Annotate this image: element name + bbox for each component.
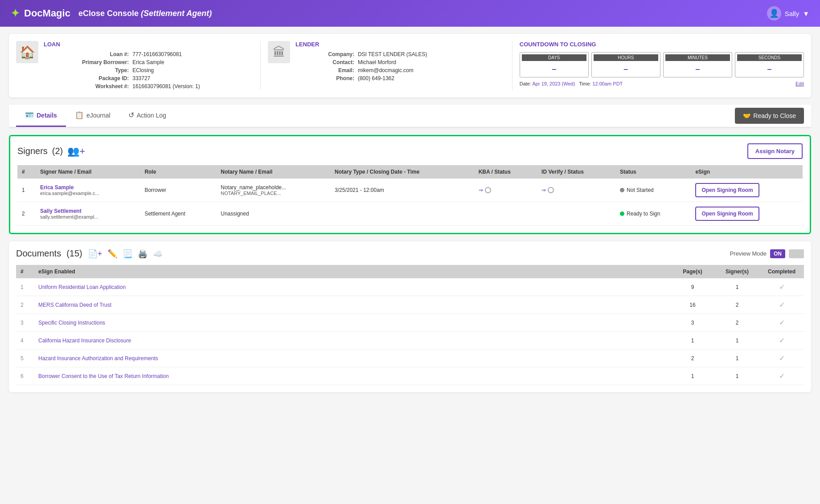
signers-title-text: Signers [17,146,48,156]
doc-num-3: 3 [16,314,34,332]
lender-details: LENDER Company: DSI TEST LENDER (SALES) … [295,41,505,90]
user-menu[interactable]: 👤 Sally ▼ [767,6,809,20]
doc-completed-3: ✓ [759,314,804,332]
edit-countdown-link[interactable]: Edit [795,81,804,86]
open-signing-room-btn-1[interactable]: Open Signing Room [695,183,759,197]
minutes-label: MINUTES [665,54,730,61]
signer-esign-1: Open Signing Room [691,179,803,202]
completed-check-icon: ✓ [779,337,785,344]
hours-box: HOURS – [591,52,660,77]
upload-doc-icon[interactable]: ☁️ [153,249,163,259]
pdf-doc-icon[interactable]: 📃 [123,249,132,259]
hours-label: HOURS [594,54,658,61]
phone-label: Phone: [295,74,356,82]
signer-email-1: erica.sample@example.c... [40,191,135,196]
preview-mode-toggle-on[interactable]: ON [770,249,785,258]
signer-kba-1: ⇒ [474,179,537,202]
id-verify-icon[interactable]: ⇒ [541,187,546,193]
hours-val: – [594,63,658,75]
seconds-label: SECONDS [737,54,802,61]
loan-section-title: LOAN [44,41,253,48]
col-signer-header: Signer Name / Email [36,165,140,179]
loan-details: LOAN Loan #: 777-1616630796081 Primary B… [44,41,253,90]
email-label: Email: [295,66,356,74]
doc-num-5: 5 [16,350,34,367]
status-dot-2 [620,211,624,216]
tab-details-label: Details [37,112,57,119]
doc-completed-2: ✓ [759,296,804,314]
doc-row-2: 2 MERS California Deed of Trust 16 2 ✓ [16,296,804,314]
add-signer-icon[interactable]: 👥+ [67,146,85,157]
company-label: Company: [295,50,356,58]
doc-num-2: 2 [16,296,34,314]
doc-name-cell-2: MERS California Deed of Trust [34,296,670,314]
doc-name-link-5[interactable]: Hazard Insurance Authorization and Requi… [38,355,158,362]
edit-doc-icon[interactable]: ✏️ [107,249,117,259]
doc-name-link-2[interactable]: MERS California Deed of Trust [38,302,111,308]
signer-notary-1: Notary_name_placeholde... NOTARY_EMAIL_P… [216,179,330,202]
loan-card: 🏠 LOAN Loan #: 777-1616630796081 Primary… [16,41,261,90]
action-log-icon: ↺ [128,111,134,119]
doc-completed-6: ✓ [759,367,804,385]
col-kba-header: KBA / Status [474,165,537,179]
days-label: DAYS [522,54,586,61]
ready-close-label: Ready to Close [753,112,796,119]
tab-action-log[interactable]: ↺ Action Log [119,105,175,127]
doc-name-link-6[interactable]: Borrower Consent to the Use of Tax Retur… [38,373,169,379]
type-val: EClosing [131,66,253,74]
tab-ejournal[interactable]: 📋 eJournal [66,105,119,127]
email-val: mikem@docmagic.com [356,66,505,74]
ejournal-icon: 📋 [75,111,84,119]
signers-section: Signers (2) 👥+ Assign Notary # Signer Na… [9,135,811,234]
signer-row-1: 1 Erica Sample erica.sample@example.c...… [17,179,803,202]
completed-check-icon: ✓ [779,372,785,380]
ready-to-close-button[interactable]: 🤝 Ready to Close [735,108,804,124]
app-header: ✦ DocMagic eClose Console (Settlement Ag… [0,0,820,27]
user-name: Sally [785,10,800,17]
docs-col-signers-header: Signer(s) [715,265,759,278]
doc-name-link-4[interactable]: California Hazard Insurance Disclosure [38,337,131,344]
signer-name-link-1[interactable]: Erica Sample [40,184,74,191]
completed-check-icon: ✓ [779,354,785,362]
days-box: DAYS – [520,52,589,77]
status-dot-1 [620,188,624,192]
signer-name-link-2[interactable]: Sally Settlement [40,208,82,214]
details-icon: 🪪 [25,111,34,119]
add-doc-icon[interactable]: 📄+ [88,249,102,259]
signers-header: Signers (2) 👥+ Assign Notary [17,143,803,159]
doc-name-cell-5: Hazard Insurance Authorization and Requi… [34,350,670,367]
assign-notary-button[interactable]: Assign Notary [747,143,803,159]
col-num-header: # [17,165,36,179]
documents-title: Documents [16,248,61,259]
minutes-val: – [665,63,730,75]
doc-name-cell-1: Uniform Residential Loan Application [34,278,670,296]
doc-pages-5: 2 [670,350,715,367]
status-text-2: Ready to Sign [627,211,660,217]
package-id-val: 333727 [131,74,253,82]
signer-esign-2: Open Signing Room [691,202,803,226]
doc-pages-4: 1 [670,332,715,350]
company-val: DSI TEST LENDER (SALES) [356,50,505,58]
kba-send-icon[interactable]: ⇒ [479,187,483,193]
loan-number-val: 777-1616630796081 [131,50,253,58]
days-val: – [522,63,586,75]
closing-date-info: Date: Apr 19, 2023 (Wed) Time: 12:00am P… [520,81,623,86]
contact-val: Michael Morford [356,58,505,66]
col-status-header: Status [615,165,691,179]
signer-email-2: sally.settlement@exampl... [40,214,135,219]
minutes-box: MINUTES – [663,52,732,77]
countdown-title: COUNTDOWN TO CLOSING [520,41,804,48]
doc-signers-2: 2 [715,296,759,314]
preview-mode-toggle-slider[interactable] [789,249,804,258]
tab-details[interactable]: 🪪 Details [16,105,66,127]
primary-borrower-label: Primary Borrower: [44,58,131,66]
doc-name-link-1[interactable]: Uniform Residential Loan Application [38,284,126,290]
date-label: Date: [520,81,531,86]
doc-name-link-3[interactable]: Specific Closing Instructions [38,320,105,326]
print-doc-icon[interactable]: 🖨️ [138,249,148,259]
doc-completed-5: ✓ [759,350,804,367]
preview-mode-row: Preview Mode ON [730,249,804,258]
main-content: 🏠 LOAN Loan #: 777-1616630796081 Primary… [0,27,820,399]
open-signing-room-btn-2[interactable]: Open Signing Room [695,207,759,221]
tabs-row: 🪪 Details 📋 eJournal ↺ Action Log 🤝 Read… [9,105,811,128]
